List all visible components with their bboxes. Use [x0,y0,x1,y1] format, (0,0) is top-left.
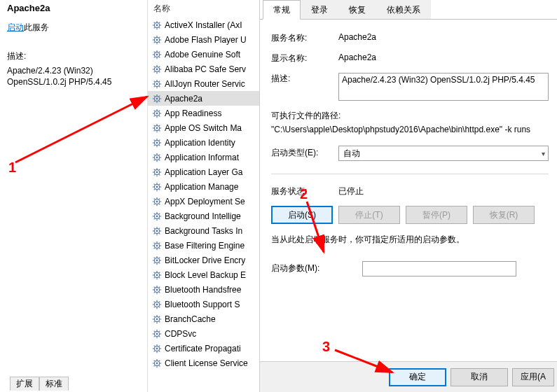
svg-line-158 [159,242,160,243]
service-list-item[interactable]: ActiveX Installer (AxI [148,18,259,32]
svg-line-168 [159,257,160,258]
svg-line-166 [159,262,160,263]
service-list-item[interactable]: Bluetooth Support S [148,297,259,312]
service-list-item[interactable]: App Readiness [148,106,259,120]
service-item-label: Block Level Backup E [165,270,246,280]
service-list-item[interactable]: Application Identity [148,135,259,150]
description-textarea[interactable]: Apache/2.4.23 (Win32) OpenSSL/1.0.2j PHP… [338,73,549,101]
display-name-label: 显示名称: [271,51,338,64]
service-list-item[interactable]: BranchCache [148,312,259,326]
bottom-tab-extended[interactable]: 扩展 [10,377,39,391]
service-list-item[interactable]: Alibaba PC Safe Serv [148,62,259,76]
svg-line-5 [154,22,155,22]
svg-line-167 [154,262,155,263]
service-item-label: Bluetooth Handsfree [165,285,241,295]
svg-line-55 [154,95,155,96]
console-bottom-tabs: 扩展 标准 [10,377,69,391]
svg-point-219 [156,332,158,335]
service-list-item[interactable]: Client License Service [148,356,259,370]
start-button[interactable]: 启动(S) [271,206,333,224]
svg-line-38 [159,66,160,66]
gear-icon [152,358,162,368]
svg-line-7 [154,27,155,28]
service-list-item[interactable]: Adobe Flash Player U [148,32,259,47]
describe-text: Apache/2.4.23 (Win32) OpenSSL/1.0.2j PHP… [7,65,140,88]
service-list-item[interactable]: Apache2a [148,91,259,106]
svg-point-29 [156,53,158,55]
svg-line-227 [154,351,155,351]
svg-line-146 [159,233,160,234]
gear-icon [152,329,162,339]
service-list-item[interactable]: Background Intellige [148,209,259,223]
svg-line-86 [159,145,160,146]
svg-line-206 [159,321,160,322]
svg-point-19 [156,38,158,41]
dialog-tabs: 常规 登录 恢复 依赖关系 [260,0,557,20]
service-list-item[interactable]: AllJoyn Router Servic [148,76,259,91]
service-list-item[interactable]: Apple OS Switch Ma [148,120,259,135]
service-list-item[interactable]: Certificate Propagati [148,341,259,356]
service-list-item[interactable]: Bluetooth Handsfree [148,282,259,297]
tab-general[interactable]: 常规 [263,0,301,20]
gear-icon [152,211,162,221]
svg-point-119 [156,186,158,188]
service-list-item[interactable]: Application Informat [148,150,259,164]
service-list-item[interactable]: AppX Deployment Se [148,194,259,209]
svg-line-138 [159,213,160,214]
svg-point-49 [156,83,158,85]
svg-line-95 [154,154,155,155]
gear-icon [152,241,162,251]
tab-recovery[interactable]: 恢复 [338,0,376,19]
gear-icon [152,64,162,74]
svg-point-109 [156,171,158,173]
service-list-item[interactable]: Block Level Backup E [148,267,259,282]
service-item-label: Base Filtering Engine [165,241,245,251]
service-list-item[interactable]: Adobe Genuine Soft [148,47,259,62]
cancel-button[interactable]: 取消 [451,368,508,386]
gear-icon [152,285,162,295]
service-list-item[interactable]: Background Tasks In [148,223,259,238]
exe-path-label: 可执行文件的路径: [271,110,549,122]
svg-line-106 [159,174,160,175]
svg-line-196 [159,307,160,307]
startup-type-dropdown[interactable]: 自动 ▾ [338,146,549,161]
dialog-footer: 确定 取消 应用(A [260,361,557,392]
service-item-label: Application Layer Ga [165,167,242,177]
tab-dependencies[interactable]: 依赖关系 [376,0,431,19]
services-list[interactable]: ActiveX Installer (AxIAdobe Flash Player… [148,18,259,370]
service-name-value: Apache2a [338,31,549,42]
service-list-item[interactable]: CDPSvc [148,326,259,341]
exe-path-value: "C:\Users\apple\Desktop\phpstudy2016\Apa… [271,125,549,134]
svg-line-218 [159,330,160,331]
startup-type-label: 启动类型(E): [271,146,338,159]
svg-line-207 [154,321,155,322]
service-item-label: Apache2a [165,94,202,104]
description-label: 描述: [271,71,338,85]
tab-logon[interactable]: 登录 [301,0,338,19]
svg-point-169 [156,259,158,261]
svg-line-208 [159,316,160,316]
service-list-item[interactable]: Application Manage [148,179,259,194]
service-title: Apache2a [7,3,140,13]
svg-point-149 [156,230,158,232]
svg-point-99 [156,156,158,158]
svg-line-198 [159,301,160,302]
svg-line-17 [154,42,155,43]
svg-line-35 [154,66,155,66]
gear-icon [152,226,162,236]
svg-line-165 [154,257,155,258]
svg-line-136 [159,218,160,219]
ok-button[interactable]: 确定 [389,368,446,386]
svg-line-15 [154,36,155,37]
service-list-item[interactable]: Application Layer Ga [148,164,259,179]
apply-button[interactable]: 应用(A [512,368,554,386]
bottom-tab-standard[interactable]: 标准 [39,377,69,391]
svg-line-58 [159,95,160,96]
service-list-item[interactable]: BitLocker Drive Encry [148,253,259,267]
svg-line-25 [154,51,155,52]
start-param-input[interactable] [362,261,516,276]
service-list-item[interactable]: Base Filtering Engine [148,238,259,253]
service-status-label: 服务状态: [271,184,338,197]
start-service-link[interactable]: 启动 [7,22,24,32]
svg-line-175 [154,272,155,272]
